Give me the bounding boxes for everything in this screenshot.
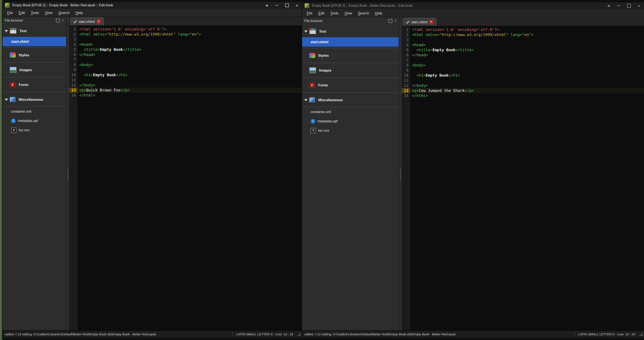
title-bar[interactable]: Empty Book [EPUB 2] :: Empty Book - Bett… [302, 2, 644, 9]
collapse-left-arrow-icon[interactable]: ◀ [262, 2, 272, 9]
code-line-5[interactable]: 5 <title>Empty Book</title> [69, 47, 302, 52]
file-item-start-xhtml[interactable]: start.xhtml [302, 37, 399, 46]
splitter-handle[interactable] [399, 17, 402, 330]
code-line-3[interactable]: 3 [69, 37, 302, 42]
sidebar-item-text[interactable]: Text [2, 25, 66, 37]
code-line-12[interactable]: 12</body> [402, 83, 644, 88]
line-number: 13 [69, 88, 78, 93]
sidebar-item-images[interactable]: Images [302, 64, 399, 76]
code-line-3[interactable]: 3 [402, 37, 644, 42]
sidebar-item-images[interactable]: Images [2, 64, 66, 76]
collapse-left-arrow-icon[interactable]: ◀ [603, 2, 614, 9]
line-content [410, 37, 412, 42]
edit-pencil-icon [406, 20, 410, 24]
tab-start-xhtml[interactable]: start.xhtml × [403, 18, 436, 26]
item-label: container.xml [11, 109, 32, 113]
code-line-12[interactable]: 12</body> [69, 83, 302, 88]
close-button[interactable]: × [292, 2, 302, 9]
code-line-8[interactable]: 8<body> [69, 62, 302, 67]
code-line-14[interactable]: 14</html> [69, 93, 302, 98]
sidebar-item-miscellaneous[interactable]: Miscellaneous [302, 94, 399, 107]
tab-start-xhtml[interactable]: start.xhtml × [70, 17, 104, 25]
sidebar-item-styles[interactable]: Styles [302, 49, 399, 61]
code-line-1[interactable]: 1<?xml version='1.0' encoding='utf-8'?> [69, 27, 302, 32]
code-line-11[interactable]: 11 [402, 78, 644, 83]
close-panel-icon[interactable]: × [394, 19, 396, 23]
code-line-10[interactable]: 10 <h1>Empty Book</h1> [69, 72, 302, 77]
code-line-4[interactable]: 4<head> [402, 42, 644, 47]
menu-help[interactable]: Help [372, 9, 385, 17]
undock-panel-icon[interactable] [56, 18, 60, 22]
sidebar-item-fonts[interactable]: Fonts [302, 79, 399, 91]
menu-view[interactable]: View [42, 9, 56, 16]
file-item-metadata-opf[interactable]: metadata.opf [302, 116, 399, 126]
item-label: Images [319, 68, 332, 72]
code-line-13[interactable]: 13<p>Quick Brown Fox</p> [69, 88, 302, 93]
resize-grip[interactable] [639, 332, 643, 336]
sidebar-item-text[interactable]: Text [302, 25, 399, 37]
file-item-toc-ncx[interactable]: toc.ncx [302, 126, 399, 135]
undock-panel-icon[interactable] [388, 19, 392, 23]
code-line-14[interactable]: 14</html> [402, 93, 644, 98]
menu-file[interactable]: File [304, 9, 316, 17]
code-line-1[interactable]: 1<?xml version='1.0' encoding='utf-8'?> [402, 27, 644, 32]
code-line-9[interactable]: 9 [402, 68, 644, 73]
line-content: <head> [78, 42, 93, 47]
images-category-icon [309, 67, 316, 73]
code-line-2[interactable]: 2<html xmlns="http://www.w3.org/1999/xht… [402, 32, 644, 37]
resize-grip[interactable] [297, 332, 301, 336]
menu-file[interactable]: File [4, 9, 16, 16]
code-line-11[interactable]: 11 [69, 77, 302, 83]
file-item-metadata-opf[interactable]: metadata.opf [2, 116, 66, 125]
styles-category-icon [10, 52, 16, 58]
file-item-container-xml[interactable]: container.xml [2, 107, 66, 116]
code-editor[interactable]: 1<?xml version='1.0' encoding='utf-8'?>2… [69, 26, 302, 330]
code-line-7[interactable]: 7 [402, 58, 644, 63]
menu-tools[interactable]: Tools [327, 9, 342, 17]
minimize-button[interactable] [614, 2, 624, 9]
splitter-handle[interactable] [66, 17, 69, 330]
line-number: 1 [69, 27, 78, 32]
menu-edit[interactable]: Edit [316, 9, 328, 17]
code-line-4[interactable]: 4<head> [69, 42, 302, 47]
chevron-spacer [5, 83, 8, 86]
close-button[interactable]: × [634, 2, 644, 9]
menu-help[interactable]: Help [73, 9, 86, 16]
code-line-8[interactable]: 8<body> [402, 63, 644, 68]
item-label: toc.ncx [318, 128, 329, 132]
sidebar-item-fonts[interactable]: Fonts [2, 79, 66, 91]
minimize-button[interactable] [272, 2, 282, 9]
tab-close-icon[interactable]: × [96, 19, 101, 24]
file-item-container-xml[interactable]: container.xml [302, 107, 399, 116]
maximize-button[interactable] [624, 2, 634, 9]
code-line-6[interactable]: 6</head> [69, 52, 302, 57]
maximize-button[interactable] [282, 2, 292, 9]
sidebar-item-styles[interactable]: Styles [2, 49, 66, 61]
code-line-7[interactable]: 7 [69, 57, 302, 62]
menu-view[interactable]: View [342, 9, 355, 17]
line-number: 2 [402, 32, 410, 37]
code-editor[interactable]: 1<?xml version='1.0' encoding='utf-8'?>2… [402, 26, 644, 330]
code-line-9[interactable]: 9 [69, 67, 302, 72]
tab-close-icon[interactable]: × [429, 20, 434, 24]
file-item-toc-ncx[interactable]: toc.ncx [2, 125, 66, 135]
code-line-13[interactable]: 13<p>Cow Jumped the Shark</p> [402, 88, 644, 93]
code-line-10[interactable]: 10 <h1>Empty Book</h1> [402, 73, 644, 78]
close-panel-icon[interactable]: × [62, 18, 64, 22]
item-label: Miscellaneous [318, 98, 343, 102]
code-line-5[interactable]: 5 <title>Empty Book</title> [402, 47, 644, 52]
menu-search[interactable]: Search [56, 9, 73, 16]
title-bar[interactable]: Empty Book [EPUB 2] :: Empty Book - Bett… [2, 2, 302, 9]
menu-search[interactable]: Search [355, 9, 372, 17]
line-number: 5 [69, 47, 78, 52]
menu-edit[interactable]: Edit [16, 9, 28, 16]
sidebar-item-miscellaneous[interactable]: Miscellaneous [2, 94, 66, 107]
item-label: Fonts [318, 83, 328, 87]
tab-label: start.xhtml [79, 20, 95, 23]
line-content [410, 58, 412, 63]
file-item-start-xhtml[interactable]: start.xhtml [2, 37, 66, 46]
menu-tools[interactable]: Tools [28, 9, 42, 16]
fonts-category-icon [10, 82, 16, 87]
code-line-6[interactable]: 6</head> [402, 52, 644, 58]
code-line-2[interactable]: 2<html xmlns="http://www.w3.org/1999/xht… [69, 32, 302, 37]
